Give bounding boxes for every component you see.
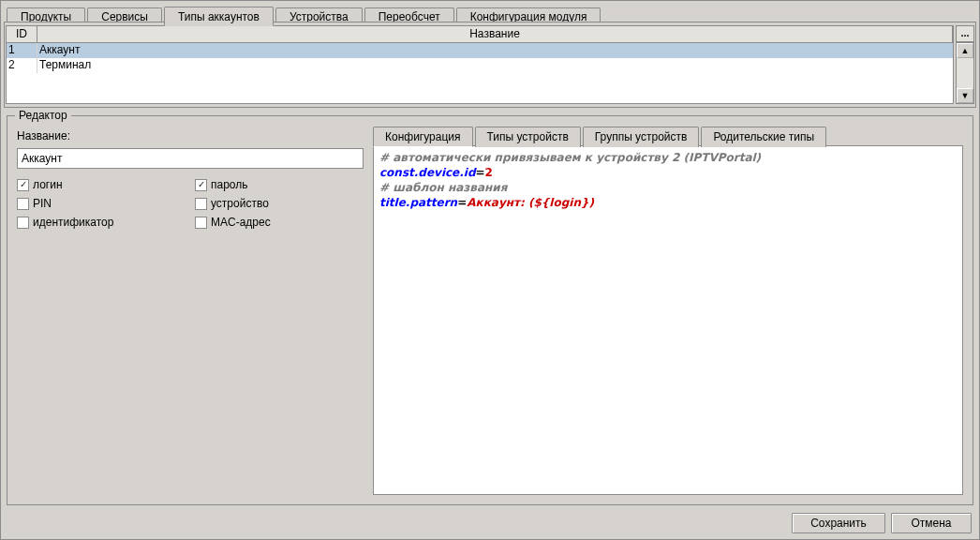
account-types-table: ID Название 1Аккаунт2Терминал [6, 25, 954, 104]
editor-legend: Редактор [15, 109, 71, 122]
checkbox-label: устройство [211, 197, 269, 210]
checkbox-PIN[interactable] [17, 198, 29, 210]
footer-buttons: Сохранить Отмена [792, 513, 972, 533]
cell-name: Терминал [37, 58, 953, 73]
table-header-row: ID Название [7, 26, 953, 43]
name-input[interactable] [17, 148, 364, 169]
scroll-down-button[interactable]: ▼ [957, 88, 973, 103]
inner-tab-Группы устройств[interactable]: Группы устройств [583, 127, 700, 147]
table-header-id[interactable]: ID [7, 26, 37, 42]
inner-tab-Типы устройств[interactable]: Типы устройств [475, 127, 581, 147]
name-label: Название: [17, 129, 364, 142]
checkbox-row: пароль [195, 178, 373, 191]
account-types-table-area: ID Название 1Аккаунт2Терминал ... ▲ ▼ [4, 23, 976, 106]
config-line: # автоматически привязываем к устройству… [379, 150, 957, 165]
checkbox-label: MAC-адрес [211, 216, 271, 229]
checkbox-пароль[interactable] [195, 179, 207, 191]
config-editor[interactable]: # автоматически привязываем к устройству… [373, 145, 963, 495]
editor-right-column: КонфигурацияТипы устройствГруппы устройс… [373, 126, 963, 495]
checkbox-устройство[interactable] [195, 198, 207, 210]
checkbox-row: MAC-адрес [195, 216, 373, 229]
inner-tab-Конфигурация[interactable]: Конфигурация [373, 127, 473, 147]
vertical-scrollbar[interactable]: ▲ ▼ [956, 42, 974, 104]
config-line: const.device.id=2 [379, 165, 957, 180]
checkbox-label: пароль [211, 178, 248, 191]
checkbox-идентификатор[interactable] [17, 217, 29, 229]
editor-body: Название: логинпарольPINустройствоиденти… [17, 126, 963, 495]
checkbox-row: логин [17, 178, 195, 191]
checkbox-row: PIN [17, 197, 195, 210]
cell-id: 1 [7, 43, 37, 58]
config-line: title.pattern=Аккаунт: (${login}) [379, 195, 957, 210]
checkbox-MAC-адрес[interactable] [195, 217, 207, 229]
table-row[interactable]: 1Аккаунт [7, 43, 953, 58]
checkbox-label: логин [33, 178, 63, 191]
cancel-button[interactable]: Отмена [891, 513, 972, 533]
table-side-column: ... ▲ ▼ [956, 25, 974, 104]
cell-id: 2 [7, 58, 37, 73]
tab-Типы аккаунтов[interactable]: Типы аккаунтов [164, 7, 274, 26]
save-button[interactable]: Сохранить [792, 513, 885, 533]
properties-checkbox-grid: логинпарольPINустройствоидентификаторMAC… [17, 178, 364, 229]
table-body: 1Аккаунт2Терминал [7, 43, 953, 103]
inner-tab-Родительские типы[interactable]: Родительские типы [701, 127, 826, 147]
checkbox-label: идентификатор [33, 216, 113, 229]
checkbox-row: устройство [195, 197, 373, 210]
checkbox-логин[interactable] [17, 179, 29, 191]
main-window: ПродуктыСервисыТипы аккаунтовУстройстваП… [0, 0, 980, 540]
table-row[interactable]: 2Терминал [7, 58, 953, 73]
table-header-name[interactable]: Название [37, 26, 953, 42]
config-line: # шаблон названия [379, 180, 957, 195]
scroll-up-button[interactable]: ▲ [957, 43, 973, 58]
editor-left-column: Название: логинпарольPINустройствоиденти… [17, 126, 373, 495]
inner-tabbar: КонфигурацияТипы устройствГруппы устройс… [373, 126, 963, 146]
checkbox-label: PIN [33, 197, 52, 210]
editor-group: Редактор Название: логинпарольPINустройс… [7, 115, 973, 505]
checkbox-row: идентификатор [17, 216, 195, 229]
more-options-button[interactable]: ... [956, 25, 974, 42]
cell-name: Аккаунт [37, 43, 953, 58]
